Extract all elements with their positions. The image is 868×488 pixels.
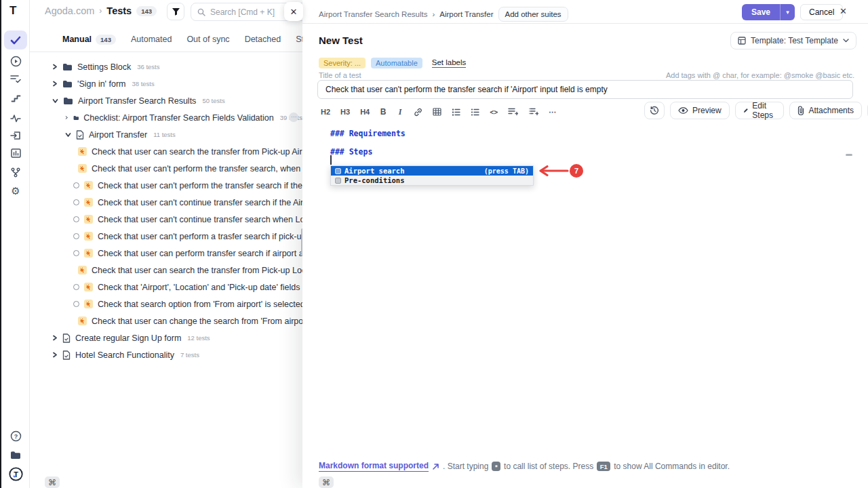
- suite-row[interactable]: Hotel Search Functionality 7 tests: [30, 346, 302, 363]
- chevron-right-icon[interactable]: [52, 352, 58, 358]
- breadcrumb-suite[interactable]: Airport Transfer Search Results: [319, 10, 427, 18]
- breadcrumb-separator: ›: [99, 6, 102, 16]
- severity-badge[interactable]: Severity: ...: [319, 58, 366, 68]
- chevron-down-icon[interactable]: [52, 98, 58, 104]
- history-button[interactable]: [644, 102, 665, 119]
- bold-button[interactable]: B: [378, 105, 389, 119]
- tab-manual[interactable]: Manual143: [62, 35, 116, 45]
- command-shortcut-badge[interactable]: ⌘: [319, 476, 334, 488]
- attachments-button[interactable]: Attachments: [789, 102, 862, 119]
- code-button[interactable]: <>: [488, 105, 500, 119]
- tests-tree-panel: Agoda.com › Tests 143 Search [Cmd + K] ✕…: [30, 0, 302, 488]
- row-more-button[interactable]: ⋯: [289, 113, 298, 122]
- rail-steps-button[interactable]: [4, 89, 27, 106]
- test-row[interactable]: Check that user can search the transfer …: [30, 262, 302, 279]
- suite-row[interactable]: Create regular Sign Up form 12 tests: [30, 329, 302, 346]
- test-row[interactable]: Check that user can change the search fr…: [30, 312, 302, 329]
- command-shortcut-badge[interactable]: ⌘: [45, 476, 60, 488]
- test-label: Check that user can change the search fr…: [92, 317, 302, 326]
- more-format-button[interactable]: ⋯: [547, 105, 558, 119]
- suite-row[interactable]: Settings Block 36 tests: [30, 58, 302, 75]
- h2-button[interactable]: H2: [319, 105, 332, 119]
- chevron-right-icon[interactable]: [52, 81, 58, 87]
- test-label: Check that 'Airport', 'Location' and 'Pi…: [98, 283, 302, 292]
- rail-settings-button[interactable]: ⚙: [4, 182, 27, 199]
- rail-help-button[interactable]: ?: [4, 427, 27, 445]
- external-link-icon: [432, 463, 439, 470]
- rail-tests-button[interactable]: [4, 30, 27, 49]
- rail-analytics-button[interactable]: [4, 109, 27, 127]
- manual-count-badge: 143: [96, 35, 116, 45]
- ordered-list-button[interactable]: [450, 105, 462, 119]
- link-button[interactable]: [412, 105, 425, 119]
- rail-plans-button[interactable]: [4, 70, 27, 87]
- left-rail: T ⚙ ?: [1, 0, 30, 488]
- test-row[interactable]: Check that user can't perform the transf…: [30, 177, 302, 194]
- set-labels-link[interactable]: Set labels: [432, 58, 467, 68]
- suite-row[interactable]: Airport Transfer Search Results 50 tests: [30, 92, 302, 109]
- panel-close-button[interactable]: ✕: [284, 2, 303, 21]
- suite-label: Hotel Search Functionality: [75, 350, 174, 360]
- add-numbered-step-list-button[interactable]: [526, 105, 540, 119]
- preview-button[interactable]: Preview: [670, 102, 730, 119]
- markdown-help-link[interactable]: Markdown format supported: [319, 461, 429, 472]
- add-other-suites-button[interactable]: Add other suites: [498, 7, 568, 22]
- test-suite-tree: Settings Block 36 tests 'Sign in' form 3…: [30, 58, 302, 363]
- test-row[interactable]: Check that user can't continue transfer …: [30, 194, 302, 211]
- circle-icon: [73, 199, 79, 205]
- tab-automated[interactable]: Automated: [131, 35, 172, 44]
- italic-button[interactable]: I: [395, 105, 406, 119]
- suite-row[interactable]: Checklist: Airport Transfer Search Field…: [30, 109, 302, 126]
- rail-brand-button[interactable]: T: [4, 465, 27, 483]
- suite-row[interactable]: 'Sign in' form 38 tests: [30, 75, 302, 92]
- test-row[interactable]: Check that 'Airport', 'Location' and 'Pi…: [30, 279, 302, 296]
- app-logo[interactable]: T: [9, 4, 16, 18]
- chevron-right-icon[interactable]: [65, 115, 68, 121]
- chevron-right-icon[interactable]: [52, 335, 58, 341]
- template-select[interactable]: Template: Test Template: [730, 32, 856, 49]
- test-row[interactable]: Check that user can't perform the transf…: [30, 160, 302, 177]
- tab-out-of-sync[interactable]: Out of sync: [186, 35, 229, 44]
- table-button[interactable]: [431, 105, 443, 119]
- rail-runs-button[interactable]: [4, 52, 27, 70]
- chevron-right-icon[interactable]: [52, 64, 58, 70]
- filter-button[interactable]: [167, 3, 184, 20]
- automatable-badge[interactable]: Automatable: [371, 58, 422, 68]
- manual-test-icon: [84, 249, 93, 258]
- h3-button[interactable]: H3: [338, 105, 352, 119]
- save-button[interactable]: Save: [742, 4, 780, 20]
- suite-label: Airport Transfer: [89, 130, 147, 140]
- test-row[interactable]: Check that user can't continue transfer …: [30, 211, 302, 228]
- option-label: Pre-conditions: [344, 176, 405, 184]
- h4-button[interactable]: H4: [358, 105, 372, 119]
- test-row[interactable]: Check that user can perform transfer sea…: [30, 245, 302, 262]
- save-dropdown-button[interactable]: ▾: [780, 4, 795, 20]
- editor-close-button[interactable]: ✕: [840, 6, 847, 16]
- tab-detached[interactable]: Detached: [245, 35, 281, 44]
- suite-label: Checklist: Airport Transfer Search Field…: [83, 113, 273, 123]
- test-row[interactable]: Check that search option from 'From airp…: [30, 296, 302, 312]
- rail-reports-button[interactable]: [4, 144, 27, 162]
- chevron-down-icon[interactable]: [65, 132, 71, 138]
- test-title-input[interactable]: Check that user can't perform the transf…: [317, 80, 853, 99]
- cancel-button[interactable]: Cancel: [800, 4, 843, 20]
- add-step-list-button[interactable]: [506, 105, 520, 119]
- test-row[interactable]: Check that user can't perform a trasfer …: [30, 228, 302, 245]
- editor-scrollbar[interactable]: [846, 154, 852, 156]
- breadcrumb-subsuite[interactable]: Airport Transfer: [439, 10, 493, 18]
- link-icon: [414, 108, 422, 117]
- bullet-list-button[interactable]: [469, 105, 481, 119]
- manual-test-icon: [84, 283, 93, 291]
- test-label: Check that user can't perform the transf…: [98, 181, 302, 190]
- edit-steps-button[interactable]: Edit Steps: [735, 102, 785, 119]
- save-split-button[interactable]: Save ▾: [742, 4, 795, 20]
- project-name[interactable]: Agoda.com: [45, 5, 94, 16]
- rail-import-button[interactable]: [4, 127, 27, 144]
- rail-branch-button[interactable]: [4, 163, 27, 181]
- autocomplete-option-pre-conditions[interactable]: Pre-conditions: [331, 176, 533, 185]
- autocomplete-option-airport-search[interactable]: Airport search (press TAB): [331, 166, 533, 176]
- test-row[interactable]: Check that user can search the transfer …: [30, 143, 302, 160]
- rail-archive-button[interactable]: [4, 446, 27, 464]
- filter-icon: [172, 7, 180, 16]
- suite-row[interactable]: Airport Transfer 11 tests: [30, 126, 302, 143]
